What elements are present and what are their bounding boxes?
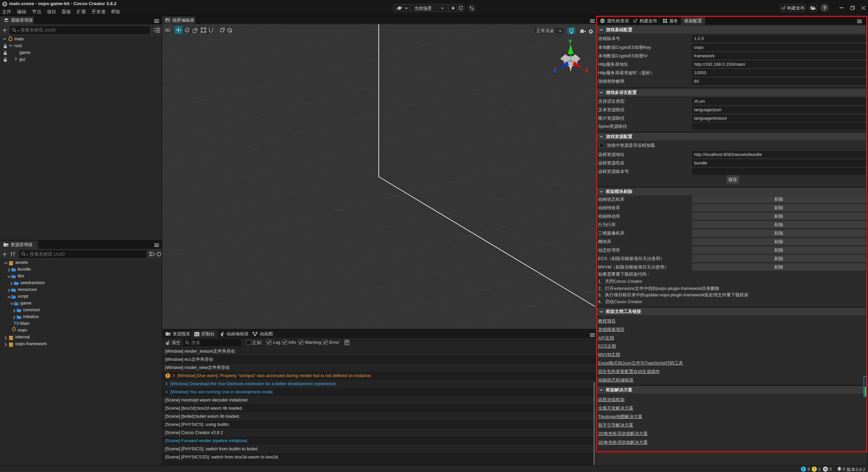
- svg-text:X: X: [585, 67, 589, 74]
- svg-text:Y: Y: [568, 39, 572, 45]
- svg-text:Z: Z: [553, 67, 557, 74]
